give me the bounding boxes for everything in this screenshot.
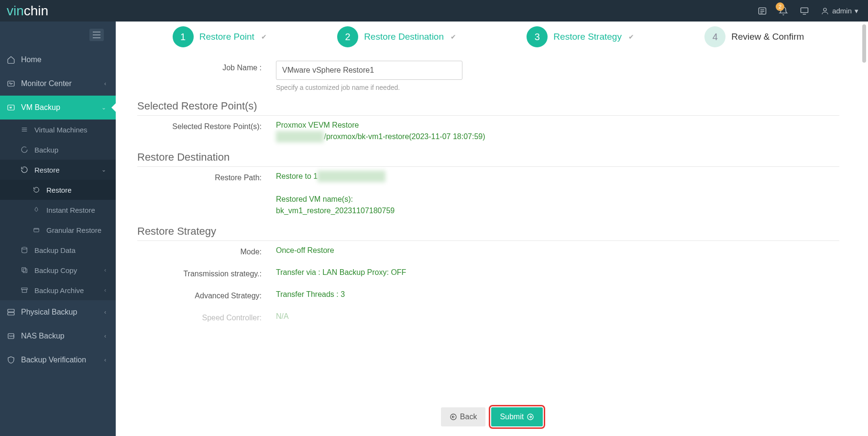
restored-vm-names-value: bk_vm1_restore_20231107180759 [276,205,839,217]
main-content: 1 Restore Point ✔ 2 Restore Destination … [116,22,868,436]
sidebar-item-restore[interactable]: Restore ⌄ [0,160,116,180]
list-icon[interactable] [758,6,767,16]
restore-icon [31,186,42,193]
masked-text: xx xxxxxx xx xxxxxx [318,171,385,182]
sidebar-item-label: Restore [34,166,60,174]
check-icon: ✔ [450,33,456,41]
svg-rect-14 [23,269,27,272]
step-restore-destination[interactable]: 2 Restore Destination ✔ [337,26,456,47]
svg-rect-17 [22,290,26,293]
step-label: Restore Strategy [553,32,622,42]
sidebar-item-granular-restore[interactable]: Granular Restore [0,220,116,240]
back-button[interactable]: Back [441,407,486,426]
restore-icon [19,166,30,174]
job-name-hint: Specify a customized job name if needed. [276,84,839,91]
sidebar-item-label: Virtual Machines [34,126,88,134]
mode-label: Mode: [137,245,276,256]
folder-icon [31,227,42,233]
transmission-row: Transmission strategy.: Transfer via : L… [137,267,839,278]
sidebar-item-backup-data[interactable]: Backup Data [0,240,116,260]
sidebar-item-label: VM Backup [21,103,60,112]
step-label: Restore Destination [364,32,444,42]
sidebar-item-backup-archive[interactable]: Backup Archive ‹ [0,280,116,300]
sidebar-item-label: Monitor Center [21,79,72,88]
scroll-area[interactable]: 1 Restore Point ✔ 2 Restore Destination … [116,22,858,398]
speed-value: N/A [276,311,839,322]
advanced-value: Transfer Threads : 3 [276,289,839,300]
notification-badge: 2 [776,2,784,11]
sidebar-item-monitor[interactable]: Monitor Center ‹ [0,72,116,96]
restore-point-value-2: xxxxx xxxxxxx/proxmox/bk-vm1-restore(202… [276,131,839,142]
shield-icon [6,356,16,364]
section-title-strategy: Restore Strategy [137,225,839,241]
restore-point-path: /proxmox/bk-vm1-restore(2023-11-07 18:07… [324,132,485,141]
sidebar-item-nas-backup[interactable]: NAS NAS Backup ‹ [0,324,116,348]
sidebar-item-label: Backup Copy [34,266,77,274]
masked-text: xxxxx xxxxxxx [276,131,324,142]
restore-path-value: Restore to 1xx xxxxxx xx xxxxxx [276,171,839,182]
sidebar-item-label: Restore [46,186,72,194]
arrow-left-circle-icon [450,413,457,421]
section-title-restore-point: Selected Restore Point(s) [137,100,839,116]
restored-vm-names-label: Restored VM name(s): [276,194,839,205]
bars-icon [19,126,30,133]
sidebar-item-backup-verification[interactable]: Backup Verification ‹ [0,348,116,372]
restore-path-row: Restore Path: Restore to 1xx xxxxxx xx x… [137,171,839,217]
arrow-right-circle-icon [527,413,534,421]
sidebar-item-backup[interactable]: Backup [0,140,116,160]
sidebar-item-instant-restore[interactable]: Instant Restore [0,200,116,220]
sidebar-item-label: Instant Restore [46,206,95,214]
sidebar-item-label: NAS Backup [21,332,65,340]
pulse-icon [6,79,16,88]
step-restore-strategy[interactable]: 3 Restore Strategy ✔ [527,26,634,47]
nas-icon: NAS [6,332,16,340]
step-label: Restore Point [199,32,254,42]
sidebar-item-vm-backup[interactable]: VM Backup ⌄ [0,96,116,120]
sidebar-item-virtual-machines[interactable]: Virtual Machines [0,120,116,140]
svg-point-13 [22,247,27,249]
svg-rect-7 [8,81,14,87]
notification-icon[interactable]: 2 [779,6,788,16]
speed-row: Speed Controller: N/A [137,311,839,322]
sidebar-item-label: Granular Restore [46,226,101,234]
sidebar-item-home[interactable]: Home [0,48,116,72]
step-restore-point[interactable]: 1 Restore Point ✔ [173,26,267,47]
step-review-confirm[interactable]: 4 Review & Confirm [704,26,804,47]
advanced-label: Advanced Strategy: [137,289,276,300]
sidebar-item-restore-sub[interactable]: Restore [0,180,116,200]
chevron-left-icon: ‹ [104,267,106,273]
chevron-down-icon: ⌄ [101,104,106,111]
monitor-icon[interactable] [800,6,809,16]
step-label: Review & Confirm [731,32,804,42]
chevron-left-icon: ‹ [104,309,106,316]
sidebar-item-physical-backup[interactable]: Physical Backup ‹ [0,300,116,324]
sidebar-item-label: Backup Data [34,246,76,254]
speed-label: Speed Controller: [137,311,276,322]
copy-icon [19,266,30,274]
svg-rect-12 [34,229,39,232]
sidebar-item-label: Backup Verification [21,356,86,364]
transmission-value: Transfer via : LAN Backup Proxy: OFF [276,267,839,278]
svg-text:NAS: NAS [9,335,14,338]
sidebar-item-label: Physical Backup [21,308,77,316]
brand-part2: chin [24,3,48,19]
job-name-input[interactable] [276,61,462,80]
submit-button[interactable]: Submit [491,407,543,426]
step-number: 4 [704,26,725,47]
svg-rect-4 [801,8,808,12]
restore-point-row: Selected Restore Point(s): Proxmox VEVM … [137,120,839,142]
hamburger-icon [89,29,104,41]
sidebar-item-label: Backup [34,146,58,154]
submit-button-label: Submit [500,413,524,421]
chevron-left-icon: ‹ [104,357,106,363]
vm-icon [6,103,16,112]
user-menu[interactable]: admin ▾ [821,7,858,15]
rocket-icon [31,207,42,213]
sidebar-toggle[interactable] [0,22,116,48]
svg-rect-8 [8,105,14,110]
scrollbar[interactable] [862,24,866,63]
server-icon [6,308,16,316]
sidebar-item-backup-copy[interactable]: Backup Copy ‹ [0,260,116,280]
step-number: 2 [337,26,358,47]
check-icon: ✔ [261,33,267,41]
